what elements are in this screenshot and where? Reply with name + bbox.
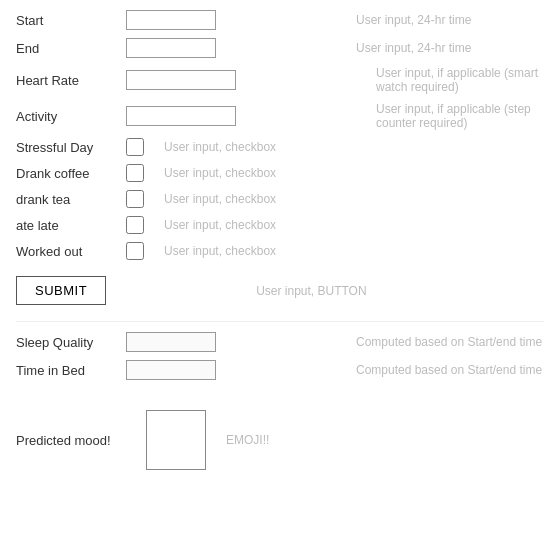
activity-label: Activity: [16, 109, 126, 124]
predicted-mood-row: Predicted mood! EMOJI!!: [16, 410, 544, 470]
sleep-quality-row: Sleep Quality Computed based on Start/en…: [16, 332, 544, 352]
predicted-mood-box: [146, 410, 206, 470]
ate-late-label: ate late: [16, 218, 126, 233]
drank-tea-checkbox[interactable]: [126, 190, 144, 208]
heart-rate-label: Heart Rate: [16, 73, 126, 88]
ate-late-checkbox[interactable]: [126, 216, 144, 234]
end-input[interactable]: [126, 38, 216, 58]
drank-tea-row: drank tea User input, checkbox: [16, 190, 544, 208]
worked-out-checkbox[interactable]: [126, 242, 144, 260]
stressful-day-checkbox[interactable]: [126, 138, 144, 156]
submit-row: SUBMIT User input, BUTTON: [16, 276, 544, 305]
drank-tea-label: drank tea: [16, 192, 126, 207]
sleep-quality-input[interactable]: [126, 332, 216, 352]
heart-rate-row: Heart Rate User input, if applicable (sm…: [16, 66, 544, 94]
start-hint: User input, 24-hr time: [356, 13, 544, 27]
divider: [16, 321, 544, 322]
stressful-day-label: Stressful Day: [16, 140, 126, 155]
worked-out-label: Worked out: [16, 244, 126, 259]
time-in-bed-label: Time in Bed: [16, 363, 126, 378]
drank-tea-hint: User input, checkbox: [164, 192, 544, 206]
sleep-quality-label: Sleep Quality: [16, 335, 126, 350]
predicted-mood-label: Predicted mood!: [16, 433, 146, 448]
ate-late-hint: User input, checkbox: [164, 218, 544, 232]
worked-out-row: Worked out User input, checkbox: [16, 242, 544, 260]
drank-coffee-hint: User input, checkbox: [164, 166, 544, 180]
submit-button[interactable]: SUBMIT: [16, 276, 106, 305]
ate-late-row: ate late User input, checkbox: [16, 216, 544, 234]
worked-out-hint: User input, checkbox: [164, 244, 544, 258]
stressful-day-hint: User input, checkbox: [164, 140, 544, 154]
start-row: Start User input, 24-hr time: [16, 10, 544, 30]
sleep-quality-hint: Computed based on Start/end time: [356, 335, 544, 349]
drank-coffee-checkbox[interactable]: [126, 164, 144, 182]
activity-row: Activity User input, if applicable (step…: [16, 102, 544, 130]
activity-hint: User input, if applicable (step counter …: [376, 102, 544, 130]
heart-rate-hint: User input, if applicable (smart watch r…: [376, 66, 544, 94]
time-in-bed-input[interactable]: [126, 360, 216, 380]
end-hint: User input, 24-hr time: [356, 41, 544, 55]
start-label: Start: [16, 13, 126, 28]
drank-coffee-row: Drank coffee User input, checkbox: [16, 164, 544, 182]
drank-coffee-label: Drank coffee: [16, 166, 126, 181]
time-in-bed-hint: Computed based on Start/end time: [356, 363, 544, 377]
end-row: End User input, 24-hr time: [16, 38, 544, 58]
time-in-bed-row: Time in Bed Computed based on Start/end …: [16, 360, 544, 380]
activity-input[interactable]: [126, 106, 236, 126]
start-input[interactable]: [126, 10, 216, 30]
stressful-day-row: Stressful Day User input, checkbox: [16, 138, 544, 156]
emoji-hint: EMOJI!!: [226, 433, 269, 447]
submit-hint: User input, BUTTON: [256, 284, 366, 298]
heart-rate-input[interactable]: [126, 70, 236, 90]
end-label: End: [16, 41, 126, 56]
